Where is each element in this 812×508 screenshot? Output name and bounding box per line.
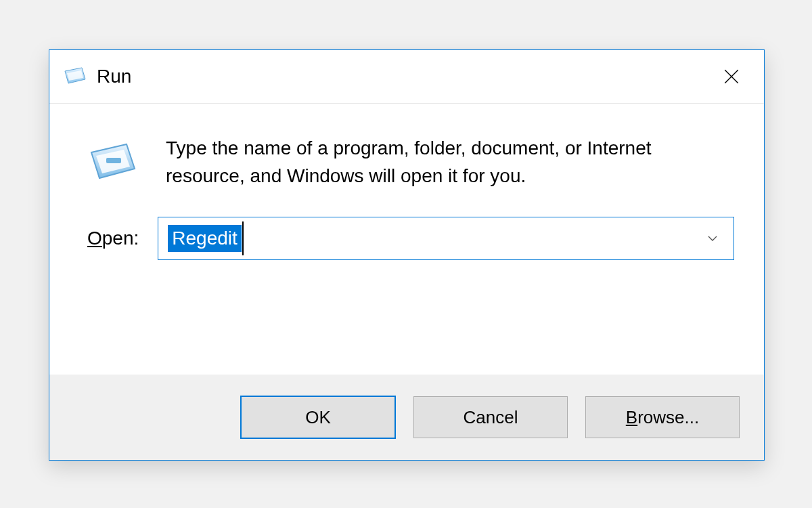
close-button[interactable] — [715, 60, 748, 93]
run-dialog-icon — [63, 66, 87, 87]
combobox-dropdown-button[interactable] — [701, 227, 724, 250]
dialog-body: Type the name of a program, folder, docu… — [49, 104, 764, 460]
ok-button[interactable]: OK — [240, 396, 396, 439]
cancel-button[interactable]: Cancel — [413, 396, 568, 438]
browse-button[interactable]: Browse... — [585, 396, 740, 438]
close-icon — [723, 68, 740, 85]
button-bar: OK Cancel Browse... — [49, 375, 764, 460]
open-row: Open: Regedit — [49, 190, 764, 260]
dialog-title: Run — [97, 67, 131, 86]
open-input-selection: Regedit — [168, 225, 242, 252]
run-icon — [87, 139, 139, 184]
text-caret — [242, 221, 244, 255]
svg-rect-2 — [106, 158, 121, 163]
dialog-description: Type the name of a program, folder, docu… — [166, 135, 721, 190]
run-dialog: Run Type the na — [49, 49, 765, 461]
chevron-down-icon — [706, 232, 719, 245]
content-row: Type the name of a program, folder, docu… — [49, 104, 764, 190]
titlebar: Run — [49, 50, 764, 104]
open-combobox[interactable]: Regedit — [158, 217, 734, 260]
open-label: Open: — [87, 228, 139, 249]
